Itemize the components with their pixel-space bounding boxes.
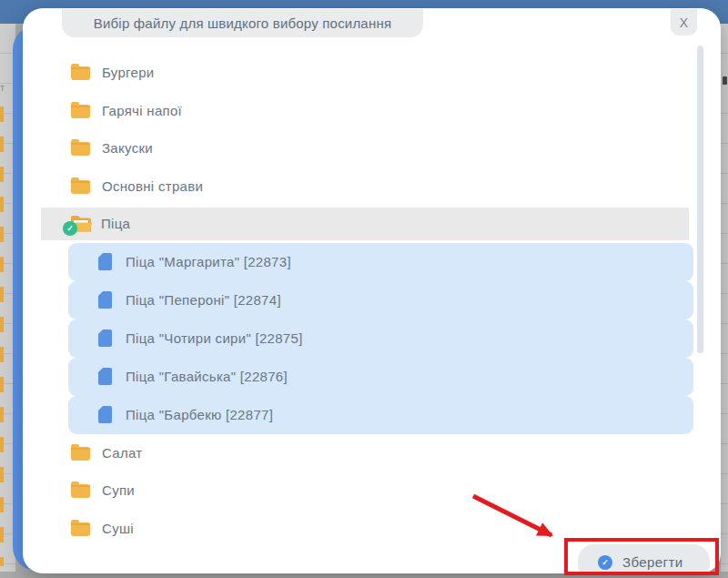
folder-icon (71, 66, 90, 80)
file-item[interactable]: Піца "Пепероні" [22874] (68, 281, 693, 319)
file-item[interactable]: Піца "Гавайська" [22876] (68, 358, 693, 396)
folder-label: Салат (102, 445, 142, 461)
document-icon (98, 291, 112, 309)
folder-label: Піца (101, 216, 130, 231)
selected-check-icon: ✓ (63, 221, 77, 236)
close-icon[interactable]: X (671, 9, 697, 35)
document-icon (98, 253, 112, 270)
scrollbar-thumb[interactable] (697, 46, 703, 353)
file-picker-modal: Вибір файлу для швидкого вибору посиланн… (23, 8, 721, 573)
folder-label: Супи (102, 482, 135, 498)
folder-item[interactable]: Бургери (71, 54, 721, 92)
folder-icon (71, 142, 90, 156)
modal-title: Вибір файлу для швидкого вибору посиланн… (62, 9, 423, 37)
file-label: Піца "Чотири сири" [22875] (126, 330, 303, 346)
folder-icon (71, 105, 90, 118)
background-text-fragment: т (0, 82, 5, 93)
folder-item[interactable]: Основні страви (71, 167, 721, 206)
folder-icon (71, 522, 90, 536)
folder-label: Суші (102, 521, 134, 536)
file-label: Піца "Гавайська" [22876] (126, 369, 288, 384)
document-icon (98, 368, 112, 385)
folder-label: Закуски (102, 140, 153, 156)
file-label: Піца "Маргарита" [22873] (126, 254, 291, 269)
annotation-highlight-box (564, 538, 719, 575)
file-item[interactable]: Піца "Барбекю [22877] (68, 396, 693, 434)
folder-icon (71, 484, 90, 498)
file-label: Піца "Пепероні" [22874] (126, 292, 281, 308)
folder-icon (71, 447, 90, 461)
file-item[interactable]: Піца "Маргарита" [22873] (68, 243, 693, 281)
folder-label: Гарячі напої (102, 103, 182, 118)
file-label: Піца "Барбекю [22877] (126, 407, 273, 422)
document-icon (98, 330, 112, 347)
folder-item[interactable]: Салат (71, 434, 721, 472)
document-icon (98, 406, 112, 423)
folder-item[interactable]: Супи (71, 472, 721, 510)
annotation-arrow-icon (468, 492, 568, 544)
open-folder-icon: ✓ (68, 214, 93, 234)
folder-label: Основні страви (102, 178, 203, 194)
background-mark (723, 76, 727, 85)
file-list: Піца "Маргарита" [22873] Піца "Пепероні"… (68, 243, 693, 434)
screen: т Вибір файлу для швидкого вибору посила… (0, 0, 728, 578)
folder-label: Бургери (102, 65, 155, 80)
folder-item[interactable]: Закуски (71, 129, 721, 167)
background-table-right (721, 24, 728, 572)
folder-item[interactable]: Гарячі напої (71, 92, 721, 130)
folder-icon (71, 180, 90, 194)
file-tree: Бургери Гарячі напої Закуски Основні стр… (23, 8, 721, 547)
folder-item-selected[interactable]: ✓ Піца (41, 208, 689, 240)
file-item[interactable]: Піца "Чотири сири" [22875] (68, 319, 693, 358)
